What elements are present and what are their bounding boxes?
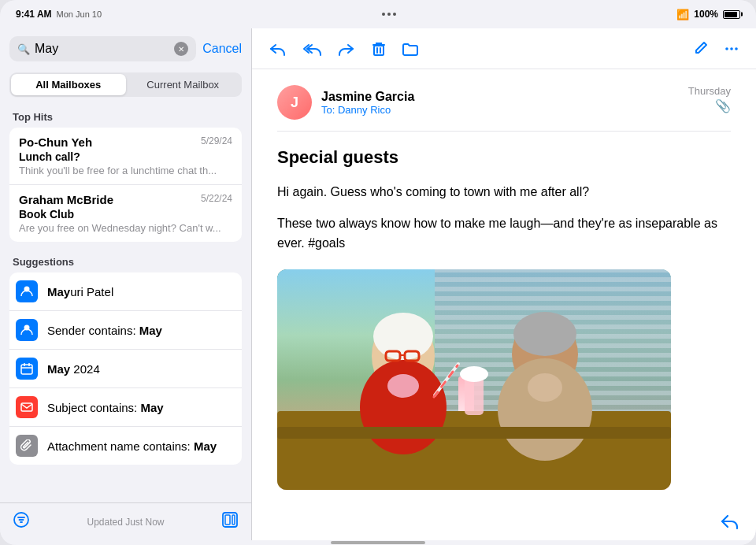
ipad-frame: 9:41 AM Mon Jun 10 📶 100% 🔍 May ✕ (0, 0, 756, 545)
suggestion-item[interactable]: Attachment name contains: May (9, 427, 242, 465)
top-hits-title: Top Hits (13, 111, 239, 123)
email-date: 5/29/24 (201, 135, 232, 146)
email-subject-header: Special guests (277, 147, 731, 168)
search-results: Top Hits Po-Chun Yeh 5/29/24 Lunch call?… (0, 103, 251, 502)
bottom-toolbar: Updated Just Now (0, 502, 251, 540)
search-text: May (35, 42, 169, 56)
home-indicator (331, 541, 425, 544)
svg-point-27 (460, 366, 488, 382)
suggestion-text: Attachment name contains: May (47, 439, 217, 453)
search-field[interactable]: 🔍 May ✕ (9, 36, 196, 61)
filter-icon[interactable] (13, 511, 30, 532)
svg-rect-6 (225, 515, 230, 525)
svg-point-11 (735, 47, 738, 50)
top-hits-list: Po-Chun Yeh 5/29/24 Lunch call? Think yo… (9, 128, 242, 242)
sender-info: J Jasmine Garcia To: Danny Rico (277, 85, 414, 120)
attachment-icon: 📎 (688, 98, 731, 113)
suggestion-item[interactable]: Sender contains: May (9, 311, 242, 350)
current-mailbox-tab[interactable]: Current Mailbox (126, 74, 241, 95)
suggestion-text: Sender contains: May (47, 324, 162, 337)
svg-point-19 (387, 374, 419, 398)
bottom-reply-area (718, 512, 740, 532)
more-button[interactable] (723, 40, 740, 57)
body-line-1: Hi again. Guess who's coming to town wit… (277, 182, 731, 202)
svg-point-9 (725, 47, 728, 50)
reply-button[interactable] (268, 40, 287, 57)
svg-rect-28 (277, 427, 671, 439)
status-bar: 9:41 AM Mon Jun 10 📶 100% (0, 0, 756, 28)
compose-icon[interactable] (221, 511, 239, 532)
email-date: 5/22/24 (201, 193, 232, 204)
reply-all-button[interactable] (301, 40, 323, 57)
toolbar-right (691, 40, 740, 57)
email-item[interactable]: Graham McBride 5/22/24 Book Club Are you… (9, 184, 242, 242)
forward-button[interactable] (337, 40, 356, 57)
suggestions-title: Suggestions (13, 256, 239, 268)
suggestion-text: Subject contains: May (47, 401, 164, 414)
folder-button[interactable] (402, 40, 421, 57)
email-timestamp: Thursday (688, 85, 731, 97)
status-bar-right: 📶 100% (676, 9, 740, 20)
suggestion-text: May 2024 (47, 362, 100, 376)
time: 9:41 AM (16, 9, 52, 20)
email-subject: Book Club (19, 208, 232, 221)
left-panel: 🔍 May ✕ Cancel All Mailboxes Current Mai… (0, 28, 252, 540)
dot3 (393, 13, 396, 16)
battery-percent: 100% (694, 9, 718, 20)
reply-bottom-button[interactable] (718, 512, 740, 532)
search-icon: 🔍 (17, 43, 30, 55)
couple-scene (277, 269, 671, 490)
email-content: J Jasmine Garcia To: Danny Rico Thursday… (252, 69, 756, 540)
svg-rect-2 (21, 365, 32, 374)
updated-text: Updated Just Now (87, 517, 164, 528)
sender-to[interactable]: To: Danny Rico (321, 104, 414, 116)
svg-rect-3 (21, 403, 32, 411)
cancel-button[interactable]: Cancel (202, 42, 242, 56)
dot2 (387, 13, 391, 16)
svg-rect-7 (232, 515, 235, 525)
person-icon (16, 280, 38, 302)
email-meta: J Jasmine Garcia To: Danny Rico Thursday… (277, 85, 731, 132)
svg-rect-8 (374, 46, 384, 55)
wifi-icon: 📶 (676, 9, 689, 20)
avatar: J (277, 85, 312, 120)
email-sender: Graham McBride (19, 193, 113, 206)
svg-rect-12 (277, 411, 671, 490)
segmented-control: All Mailboxes Current Mailbox (9, 72, 242, 97)
email-sender: Po-Chun Yeh (19, 135, 92, 149)
email-body: Hi again. Guess who's coming to town wit… (277, 182, 731, 254)
trash-button[interactable] (370, 40, 387, 57)
compose-button[interactable] (691, 40, 709, 57)
email-subject: Lunch call? (19, 150, 232, 163)
main-content: 🔍 May ✕ Cancel All Mailboxes Current Mai… (0, 28, 756, 540)
battery-icon (723, 10, 740, 19)
person-icon (16, 319, 38, 341)
suggestion-item[interactable]: May 2024 (9, 350, 242, 388)
email-preview: Are you free on Wednesday night? Can't w… (19, 222, 232, 234)
dot1 (382, 13, 385, 16)
envelope-icon (16, 396, 38, 418)
suggestion-text: Mayuri Patel (47, 285, 113, 298)
right-panel: J Jasmine Garcia To: Danny Rico Thursday… (252, 28, 756, 540)
email-preview: Think you'll be free for a lunchtime cha… (19, 165, 232, 176)
sender-name: Jasmine Garcia (321, 90, 414, 104)
svg-point-10 (730, 47, 733, 50)
toolbar-left (268, 40, 421, 57)
svg-point-14 (373, 313, 433, 360)
email-item[interactable]: Po-Chun Yeh 5/29/24 Lunch call? Think yo… (9, 128, 242, 184)
suggestion-item[interactable]: Mayuri Patel (9, 272, 242, 311)
calendar-icon (16, 358, 38, 380)
top-toolbar (252, 28, 756, 69)
suggestion-item[interactable]: Subject contains: May (9, 388, 242, 427)
body-line-2: These two always know how to make me lau… (277, 213, 731, 254)
all-mailboxes-tab[interactable]: All Mailboxes (11, 74, 126, 95)
paperclip-icon (16, 435, 38, 457)
status-bar-left: 9:41 AM Mon Jun 10 (16, 9, 102, 20)
search-clear-button[interactable]: ✕ (174, 42, 188, 56)
status-bar-center (382, 13, 396, 16)
date: Mon Jun 10 (57, 9, 102, 19)
email-image (277, 269, 671, 490)
home-indicator-bar (0, 540, 756, 545)
search-bar: 🔍 May ✕ Cancel (0, 28, 251, 69)
svg-point-23 (513, 312, 576, 356)
